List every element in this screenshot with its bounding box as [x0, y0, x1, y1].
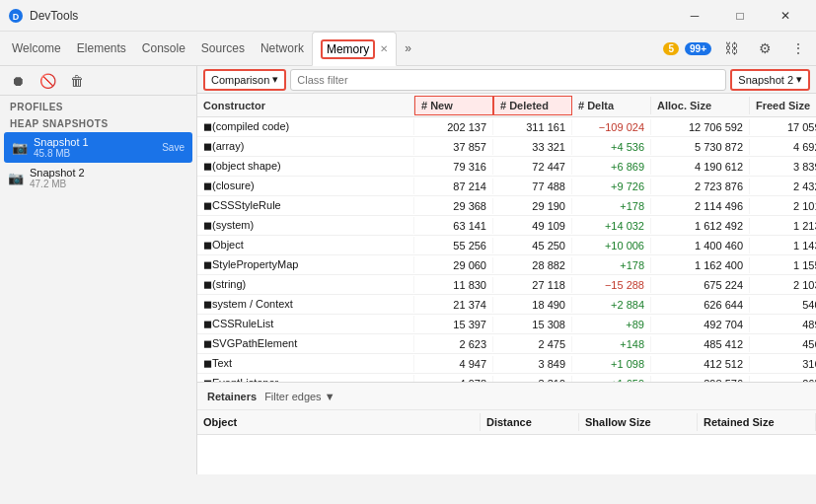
cell-alloc-size: 1 612 492: [651, 218, 750, 234]
cell-deleted: 3 849: [493, 356, 572, 372]
cell-new: 21 374: [414, 297, 493, 313]
cell-freed-size: 2 432 228: [750, 179, 816, 194]
table-row[interactable]: ◼StylePropertyMap 29 060 28 882 +178 1 1…: [197, 255, 816, 275]
cell-alloc-size: 626 644: [651, 297, 750, 313]
content-pane: Comparison ▾ Snapshot 2 ▾ Constructor # …: [197, 66, 816, 474]
svg-text:D: D: [13, 12, 20, 22]
cell-constructor: ◼(closure): [197, 178, 414, 194]
retainers-tab[interactable]: Retainers: [207, 391, 257, 402]
cell-new: 15 397: [414, 317, 493, 332]
cell-delta: +89: [572, 317, 651, 332]
table-row[interactable]: ◼system / Context 21 374 18 490 +2 884 6…: [197, 295, 816, 315]
cell-freed-size: 316 432: [750, 356, 816, 372]
filter-edges-button[interactable]: Filter edges ▼: [264, 391, 334, 402]
cell-freed-size: 1 143 824: [750, 238, 816, 253]
cell-alloc-size: 1 400 460: [651, 238, 750, 253]
retainer-col-shallow: Shallow Size: [579, 413, 698, 431]
cell-deleted: 311 161: [493, 119, 572, 135]
tab-memory-close-icon[interactable]: ✕: [380, 43, 388, 54]
tab-elements[interactable]: Elements: [69, 32, 134, 66]
cell-freed-size: 489 856: [750, 317, 816, 332]
view-mode-dropdown[interactable]: Comparison ▾: [203, 69, 286, 91]
cell-deleted: 77 488: [493, 179, 572, 194]
cell-alloc-size: 5 730 872: [651, 139, 750, 155]
cell-constructor: ◼(system): [197, 217, 414, 234]
cell-constructor: ◼StylePropertyMap: [197, 256, 414, 273]
snapshot-icon-1: 📷: [12, 140, 28, 155]
snapshot-dropdown[interactable]: Snapshot 2 ▾: [730, 69, 810, 91]
table-body: ◼(compiled code) 202 137 311 161 −109 02…: [197, 117, 816, 382]
settings-button[interactable]: ⚙: [751, 35, 779, 62]
cell-deleted: 49 109: [493, 218, 572, 234]
cell-freed-size: 2 103 572: [750, 277, 816, 293]
snapshot-label-2: Snapshot 2: [30, 167, 85, 179]
cell-delta: +4 536: [572, 139, 651, 155]
warning-badge: 5: [663, 42, 679, 55]
tab-memory[interactable]: Memory ✕: [312, 32, 397, 66]
cell-deleted: 33 321: [493, 139, 572, 155]
table-row[interactable]: ◼CSSRuleList 15 397 15 308 +89 492 704 4…: [197, 315, 816, 334]
cell-freed-size: 1 213 060: [750, 218, 816, 234]
snapshot-size-2: 47.2 MB: [30, 179, 85, 189]
snapshot-item-2[interactable]: 📷 Snapshot 2 47.2 MB: [0, 163, 196, 193]
table-row[interactable]: ◼(system) 63 141 49 109 +14 032 1 612 49…: [197, 216, 816, 236]
cell-alloc-size: 675 224: [651, 277, 750, 293]
cell-freed-size: 456 472: [750, 336, 816, 352]
maximize-button[interactable]: □: [717, 0, 763, 32]
record-button[interactable]: ⏺: [6, 69, 30, 93]
heap-toolbar: Comparison ▾ Snapshot 2 ▾: [197, 66, 816, 94]
table-row[interactable]: ◼(compiled code) 202 137 311 161 −109 02…: [197, 117, 816, 137]
view-mode-chevron-icon: ▾: [272, 73, 278, 86]
cell-constructor: ◼(compiled code): [197, 118, 414, 135]
cell-delta: +9 726: [572, 179, 651, 194]
cell-alloc-size: 485 412: [651, 336, 750, 352]
table-row[interactable]: ◼(object shape) 79 316 72 447 +6 869 4 1…: [197, 157, 816, 177]
tab-overflow-button[interactable]: »: [397, 32, 419, 66]
cell-alloc-size: 2 114 496: [651, 198, 750, 214]
tab-welcome[interactable]: Welcome: [4, 32, 69, 66]
cell-deleted: 2 475: [493, 336, 572, 352]
snapshot-icon-2: 📷: [8, 171, 24, 185]
cell-new: 29 060: [414, 257, 493, 273]
retainers-panel: Retainers Filter edges ▼ Object Distance…: [197, 382, 816, 474]
tab-bar: Welcome Elements Console Sources Network…: [0, 32, 816, 66]
close-button[interactable]: ✕: [763, 0, 808, 32]
table-header: Constructor # New # Deleted # Delta Allo…: [197, 94, 816, 117]
clear-button[interactable]: 🗑: [65, 69, 89, 93]
table-row[interactable]: ◼(closure) 87 214 77 488 +9 726 2 723 87…: [197, 177, 816, 196]
snapshot-item-1[interactable]: 📷 Snapshot 1 45.8 MB Save: [4, 132, 192, 163]
save-snapshot-button-1[interactable]: Save: [162, 142, 185, 153]
heap-snapshots-title: HEAP SNAPSHOTS: [0, 115, 196, 132]
remote-debug-button[interactable]: ⛓: [717, 35, 745, 62]
table-row[interactable]: ◼CSSStyleRule 29 368 29 190 +178 2 114 4…: [197, 196, 816, 216]
tab-console[interactable]: Console: [134, 32, 193, 66]
class-filter-input[interactable]: [290, 69, 726, 91]
snapshot-chevron-icon: ▾: [796, 73, 802, 86]
cell-alloc-size: 4 190 612: [651, 159, 750, 175]
cell-constructor: ◼CSSStyleRule: [197, 197, 414, 214]
cell-deleted: 45 250: [493, 238, 572, 253]
table-row[interactable]: ◼(string) 11 830 27 118 −15 288 675 224 …: [197, 275, 816, 295]
more-options-button[interactable]: ⋮: [784, 35, 812, 62]
cell-new: 202 137: [414, 119, 493, 135]
cell-constructor: ◼Text: [197, 355, 414, 372]
table-row[interactable]: ◼SVGPathElement 2 623 2 475 +148 485 412…: [197, 334, 816, 354]
cell-constructor: ◼(object shape): [197, 158, 414, 175]
cell-constructor: ◼CSSRuleList: [197, 316, 414, 332]
table-row[interactable]: ◼Text 4 947 3 849 +1 098 412 512 316 432…: [197, 354, 816, 374]
app-icon: D: [8, 8, 24, 24]
col-freed-size: Freed Size: [750, 97, 816, 114]
table-row[interactable]: ◼EventListener 4 978 3 319 +1 659 398 57…: [197, 374, 816, 382]
cell-delta: +178: [572, 257, 651, 273]
table-row[interactable]: ◼(array) 37 857 33 321 +4 536 5 730 872 …: [197, 137, 816, 157]
tab-network[interactable]: Network: [253, 32, 312, 66]
retainers-body: [197, 435, 816, 474]
table-row[interactable]: ◼Object 55 256 45 250 +10 006 1 400 460 …: [197, 236, 816, 255]
app-title: DevTools: [30, 9, 672, 23]
stop-button[interactable]: 🚫: [36, 69, 59, 93]
minimize-button[interactable]: ─: [672, 0, 717, 32]
tab-sources[interactable]: Sources: [193, 32, 253, 66]
retainer-col-retained: Retained Size: [698, 413, 816, 431]
cell-alloc-size: 1 162 400: [651, 257, 750, 273]
snapshot-label-1: Snapshot 1: [34, 136, 89, 148]
